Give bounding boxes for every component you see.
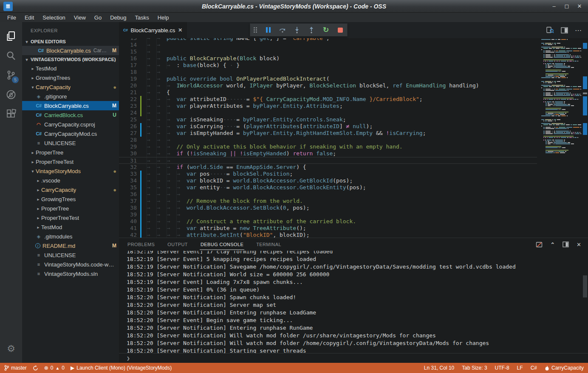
code-line-17[interactable]: 17→→→: base(block) { · } <box>119 62 537 69</box>
panel-layout-icon[interactable] <box>563 241 569 247</box>
code-line-18[interactable]: 18→→ <box>119 69 537 76</box>
step-over-button[interactable] <box>279 27 286 34</box>
activitybar-source-control-icon[interactable]: 5 <box>0 65 22 85</box>
debug-console-input[interactable]: ❯ <box>119 353 588 363</box>
tree-item-blockcarryable-cs[interactable]: C#BlockCarryable.csM <box>22 101 119 110</box>
menu-help[interactable]: Help <box>154 14 173 22</box>
menu-debug[interactable]: Debug <box>106 14 130 22</box>
activitybar-extensions-icon[interactable] <box>0 104 22 124</box>
stop-button[interactable] <box>337 27 344 34</box>
clear-console-icon[interactable] <box>536 241 543 248</box>
encoding-item[interactable]: UTF-8 <box>495 365 509 371</box>
drag-handle-icon[interactable] <box>254 27 257 33</box>
code-line-22[interactable]: 22→→→var attributeID······= $"{ CarryCap… <box>119 96 537 103</box>
code-line-14[interactable]: 14→→ <box>119 42 537 48</box>
tree-item-testmod[interactable]: ▸TestMod <box>22 222 119 232</box>
menu-view[interactable]: View <box>70 14 90 22</box>
tree-item-growingtrees[interactable]: ▸GrowingTrees <box>22 73 119 82</box>
settings-gear-icon[interactable]: ⚙ <box>0 339 22 359</box>
menu-selection[interactable]: Selection <box>39 14 69 22</box>
code-line-41[interactable]: 41→→→→var attribute = new TreeAttribute(… <box>119 225 537 232</box>
activitybar-search-icon[interactable] <box>0 46 22 65</box>
minimap[interactable] <box>537 38 582 238</box>
open-editors-header[interactable]: ▾ OPEN EDITORS <box>22 37 119 46</box>
code-line-27[interactable]: 27→→→var isEmptyHanded = byPlayer.Entity… <box>119 130 537 137</box>
tree-item-propertreetest[interactable]: ▸ProperTreeTest <box>22 213 119 222</box>
language-item[interactable]: C# <box>531 365 537 371</box>
tree-item--vscode[interactable]: ▸.vscode <box>22 176 119 185</box>
code-line-29[interactable]: 29→→→// Only activate this block behavio… <box>119 143 537 150</box>
split-editor-icon[interactable] <box>561 27 568 34</box>
tree-item-propertreetest[interactable]: ▸ProperTreeTest <box>22 157 119 166</box>
code-line-20[interactable]: 20→→→IWorldAccessor world, IPlayer byPla… <box>119 82 537 89</box>
code-line-34[interactable]: 34→→→→var blockID = world.BlockAccessor.… <box>119 177 537 184</box>
code-line-38[interactable]: 38→→→→world.BlockAccessor.SetBlock(0, po… <box>119 205 537 211</box>
code-editor[interactable]: 13→→public static string NAME { get; } =… <box>119 38 588 238</box>
menu-edit[interactable]: Edit <box>21 14 38 22</box>
tree-item-propertree[interactable]: ▸ProperTree <box>22 148 119 157</box>
open-changes-icon[interactable] <box>546 27 554 34</box>
tree-item-vintagestorymods-code-work-[interactable]: ≡VintageStoryMods.code-work… <box>22 260 119 269</box>
more-actions-icon[interactable]: ⋯ <box>575 26 582 34</box>
code-line-30[interactable]: 30→→→if (!isSneaking || !isEmptyHanded) … <box>119 150 537 157</box>
activitybar-debug-icon[interactable] <box>0 85 22 104</box>
code-line-23[interactable]: 23→→→var playerAttributes = byPlayer.Ent… <box>119 103 537 109</box>
tree-item-propertree[interactable]: ▸ProperTree <box>22 204 119 213</box>
eol-item[interactable]: LF <box>517 365 523 371</box>
code-line-19[interactable]: 19→→public override bool OnPlayerPlacedB… <box>119 76 537 82</box>
console-scrollbar[interactable] <box>583 275 587 297</box>
tree-item-readme-md[interactable]: iREADME.mdM <box>22 241 119 250</box>
maximize-button[interactable]: ◻ <box>563 3 570 9</box>
menu-tasks[interactable]: Tasks <box>131 14 153 22</box>
step-out-button[interactable] <box>308 27 315 34</box>
code-line-35[interactable]: 35→→→→var entity··= world.BlockAccessor.… <box>119 184 537 191</box>
tab-close-icon[interactable]: ✕ <box>178 27 182 33</box>
tree-item-carrycapacity[interactable]: ▸CarryCapacity● <box>22 185 119 194</box>
code-line-21[interactable]: 21→→{ <box>119 89 537 96</box>
tree-item-carrycapacitymod-cs[interactable]: C#CarryCapacityMod.cs <box>22 129 119 138</box>
code-line-36[interactable]: 36→→→→ <box>119 191 537 198</box>
code-line-42[interactable]: 42→→→→attribute.SetInt("BlockID", blockI… <box>119 232 537 238</box>
code-line-25[interactable]: 25→→→var isSneaking····= byPlayer.Entity… <box>119 116 537 123</box>
debug-console-output[interactable]: 18:52:19 [Server Event] 17 clay forming … <box>119 251 588 353</box>
code-line-33[interactable]: 33→→→→var pos·····= blockSel.Position; <box>119 171 537 177</box>
code-line-16[interactable]: 16→→public BlockCarryable(Block block) <box>119 55 537 62</box>
cursor-position-item[interactable]: Ln 31, Col 10 <box>424 365 454 371</box>
tree-item-carriedblock-cs[interactable]: C#CarriedBlock.csU <box>22 110 119 120</box>
tree-item-unlicense[interactable]: ≡UNLICENSE <box>22 138 119 148</box>
restart-button[interactable]: ↻ <box>322 27 329 34</box>
problems-item[interactable]: ⊗ 0 ▲ 0 <box>44 365 65 371</box>
workspace-section-header[interactable]: ▾ VINTAGESTORYMODS (WORKSPACE) <box>22 55 119 64</box>
step-into-button[interactable] <box>294 27 300 34</box>
sync-button[interactable] <box>33 365 38 371</box>
tree-item--gitmodules[interactable]: ◈.gitmodules <box>22 232 119 241</box>
panel-tab-terminal[interactable]: TERMINAL <box>255 239 282 250</box>
panel-tab-problems[interactable]: PROBLEMS <box>127 239 155 250</box>
code-line-24[interactable]: 24→→→ <box>119 109 537 116</box>
panel-tab-debug-console[interactable]: DEBUG CONSOLE <box>200 239 244 250</box>
tree-item-growingtrees[interactable]: ▸GrowingTrees <box>22 194 119 204</box>
menu-file[interactable]: File <box>3 14 20 22</box>
tree-item-vintagestorymods[interactable]: ▾VintageStoryMods● <box>22 166 119 176</box>
tree-item-unlicense[interactable]: ≡UNLICENSE <box>22 250 119 260</box>
code-line-13[interactable]: 13→→public static string NAME { get; } =… <box>119 38 537 42</box>
code-line-40[interactable]: 40→→→→// Construct a tree attribute of t… <box>119 218 537 225</box>
mod-status-item[interactable]: CarryCapacity <box>545 365 584 371</box>
open-editor-item[interactable]: C# BlockCarryable.cs Car… M <box>22 46 119 55</box>
code-line-37[interactable]: 37→→→→// Remove the block from the world… <box>119 198 537 205</box>
editor-tab[interactable]: C# BlockCarryable.cs ✕ <box>119 22 187 38</box>
git-branch-item[interactable]: master <box>4 365 27 371</box>
code-line-28[interactable]: 28→→→ <box>119 137 537 143</box>
code-line-31[interactable]: 31→→→ <box>119 157 537 164</box>
tree-item-vintagestorymods-sln[interactable]: ≡VintageStoryMods.sln <box>22 269 119 278</box>
code-line-39[interactable]: 39→→→→ <box>119 211 537 218</box>
close-button[interactable]: ✕ <box>576 3 583 9</box>
code-line-26[interactable]: 26→→→var isCarrying····= (playerAttribut… <box>119 123 537 130</box>
close-panel-icon[interactable]: ✕ <box>577 241 581 248</box>
tree-item--gitignore[interactable]: ◈.gitignore <box>22 92 119 101</box>
minimize-button[interactable]: – <box>551 3 557 9</box>
maximize-panel-icon[interactable]: ⌃ <box>550 241 555 248</box>
launch-button[interactable]: ▶ Launch Client (Mono) (VintageStoryMods… <box>71 365 172 371</box>
menu-go[interactable]: Go <box>90 14 105 22</box>
code-line-32[interactable]: 32→→→if (world.Side == EnumAppSide.Serve… <box>119 164 537 171</box>
